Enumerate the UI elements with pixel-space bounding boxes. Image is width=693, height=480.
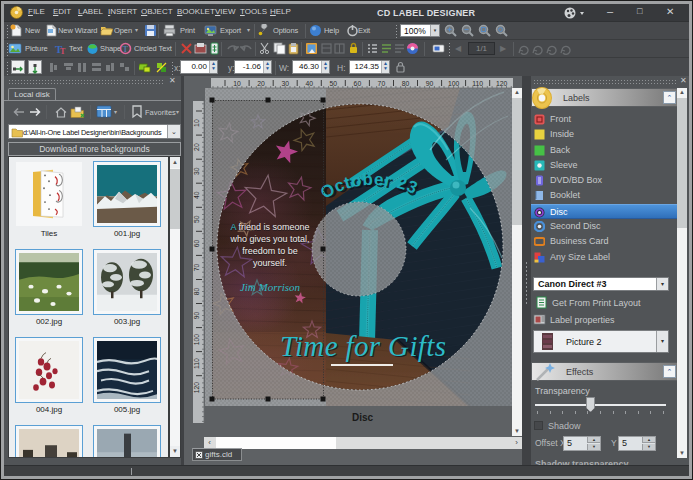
svg-text:Jim Morrison: Jim Morrison (240, 281, 301, 293)
svg-text:A friend is someone: A friend is someone (230, 222, 309, 232)
svg-text:freedom to be: freedom to be (242, 246, 298, 256)
svg-text:70: 70 (378, 80, 386, 87)
svg-text:50: 50 (193, 215, 200, 223)
svg-text:100: 100 (448, 80, 460, 87)
svg-text:90: 90 (193, 312, 200, 320)
svg-text:30: 30 (193, 167, 200, 175)
svg-text:T: T (60, 47, 66, 55)
svg-text:20: 20 (193, 143, 200, 151)
svg-text:100: 100 (193, 334, 200, 346)
svg-text:80: 80 (193, 288, 200, 296)
svg-text:10: 10 (193, 119, 200, 127)
svg-text:yourself.: yourself. (253, 258, 287, 268)
svg-text:50: 50 (330, 80, 338, 87)
svg-text:60: 60 (193, 239, 200, 247)
svg-text:40: 40 (193, 191, 200, 199)
svg-text:110: 110 (193, 358, 200, 369)
svg-text:10: 10 (233, 80, 241, 87)
svg-text:120: 120 (496, 80, 508, 87)
svg-text:who gives you total,: who gives you total, (229, 234, 309, 244)
svg-text:T: T (123, 44, 129, 54)
svg-text:60: 60 (354, 80, 362, 87)
svg-text:70: 70 (193, 263, 200, 271)
svg-text:30: 30 (281, 80, 289, 87)
svg-text:20: 20 (257, 80, 265, 87)
svg-text:40: 40 (305, 80, 313, 87)
svg-text:80: 80 (402, 80, 410, 87)
svg-text:Time for Gifts: Time for Gifts (280, 330, 446, 362)
svg-text:90: 90 (426, 80, 434, 87)
svg-text:110: 110 (472, 80, 483, 87)
svg-text:120: 120 (193, 382, 200, 394)
